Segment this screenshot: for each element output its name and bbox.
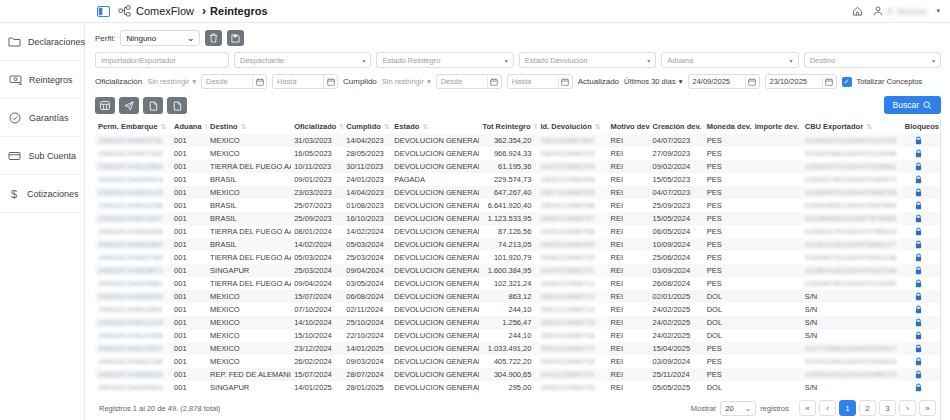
cell-perm[interactable]: 24001EC04002148: [95, 355, 171, 368]
oficializacion-desde-input[interactable]: Desde: [201, 74, 267, 89]
cell-perm[interactable]: 23001EC04013347: [95, 212, 171, 225]
page-button-2[interactable]: 2: [859, 400, 876, 416]
table-row[interactable]: 23001EC04007152001MEXICO16/05/202328/05/…: [95, 147, 940, 160]
importador-input[interactable]: [95, 52, 229, 68]
column-header-destino[interactable]: Destino⇅: [207, 119, 291, 134]
table-row[interactable]: 23001EC04010236001BRASIL25/07/202301/08/…: [95, 199, 940, 212]
table-row[interactable]: 23001EC04015583001TIERRA DEL FUEGO AAE10…: [95, 160, 940, 173]
save-profile-button[interactable]: [227, 30, 244, 46]
calendar-icon[interactable]: [323, 75, 337, 88]
table-row[interactable]: 24001EC04003671001SINGAPUR25/03/202409/0…: [95, 264, 940, 277]
column-header-cump[interactable]: Cumplido⇅: [343, 119, 391, 134]
column-header-creacion[interactable]: Creación dev.⇅: [650, 119, 704, 134]
cell-bloq[interactable]: [902, 173, 940, 186]
page-button-1[interactable]: 1: [839, 400, 856, 416]
cell-bloq[interactable]: [902, 134, 940, 147]
delete-profile-button[interactable]: [205, 30, 222, 46]
column-header-motivo[interactable]: Motivo dev.⇅: [608, 119, 650, 134]
cell-bloq[interactable]: [902, 277, 940, 290]
column-header-cbu[interactable]: CBU Exportador⇅: [802, 119, 902, 134]
prev-page-button[interactable]: ‹: [819, 400, 836, 416]
cell-perm[interactable]: 23001EC04000914: [95, 173, 171, 186]
cell-bloq[interactable]: [902, 225, 940, 238]
cumplido-desde-input[interactable]: Desde: [436, 74, 502, 89]
cell-bloq[interactable]: [902, 251, 940, 264]
table-row[interactable]: 24001EC04004582001TIERRA DEL FUEGO AAE09…: [95, 277, 940, 290]
cell-bloq[interactable]: [902, 368, 940, 381]
sort-icon[interactable]: ⇅: [161, 123, 167, 131]
table-row[interactable]: 24001EC04012215001MEXICO14/10/202425/10/…: [95, 316, 940, 329]
cell-bloq[interactable]: [902, 212, 940, 225]
last-page-button[interactable]: »: [919, 400, 936, 416]
column-header-tot[interactable]: Tot Reintegro⇅: [479, 119, 537, 134]
column-header-aduana[interactable]: Aduana⇅: [171, 119, 207, 134]
table-row[interactable]: 24001EC04008093001MEXICO15/07/202406/08/…: [95, 290, 940, 303]
column-header-moneda[interactable]: Moneda dev.⇅: [704, 119, 752, 134]
cell-perm[interactable]: 24001EC04012215: [95, 316, 171, 329]
oficializacion-hasta-input[interactable]: Hasta: [272, 74, 338, 89]
column-header-estado[interactable]: Estado⇅: [391, 119, 479, 134]
table-row[interactable]: 24001EC04000428001TIERRA DEL FUEGO AAE08…: [95, 225, 940, 238]
buscar-button[interactable]: Buscar: [884, 96, 941, 114]
sidebar-item-garantías[interactable]: Garantías: [0, 99, 84, 137]
cell-bloq[interactable]: [902, 147, 940, 160]
cell-perm[interactable]: 24001EC04004582: [95, 277, 171, 290]
cell-perm[interactable]: 23001EC04010236: [95, 199, 171, 212]
calendar-icon[interactable]: [252, 75, 266, 88]
sort-icon[interactable]: ⇅: [866, 123, 872, 131]
despachante-select[interactable]: Despachante▾: [234, 52, 371, 68]
table-row[interactable]: 25001EC04000520001SINGAPUR14/01/202528/0…: [95, 381, 940, 394]
table-row[interactable]: 23001EC04003125001MEXICO23/03/202314/04/…: [95, 186, 940, 199]
user-menu[interactable]: R. Sxxxxxx: [873, 6, 927, 16]
cell-bloq[interactable]: [902, 303, 940, 316]
sort-icon[interactable]: ⇅: [339, 123, 343, 131]
sort-icon[interactable]: ⇅: [422, 123, 428, 131]
actualizado-desde-input[interactable]: 24/09/2025: [688, 74, 760, 89]
next-page-button[interactable]: ›: [899, 400, 916, 416]
calendar-icon[interactable]: [487, 75, 501, 88]
cell-perm[interactable]: 24001EC04001859: [95, 238, 171, 251]
page-button-3[interactable]: 3: [879, 400, 896, 416]
destino-select[interactable]: Destino▾: [804, 52, 941, 68]
cell-bloq[interactable]: [902, 199, 940, 212]
table-row[interactable]: 23001EC04003731001MEXICO31/03/202314/04/…: [95, 134, 940, 147]
cell-bloq[interactable]: [902, 381, 940, 394]
estado-reintegro-select[interactable]: Estado Reintegro▾: [376, 52, 513, 68]
sidebar-item-declaraciones[interactable]: Declaraciones: [0, 23, 84, 61]
cumplido-hasta-input[interactable]: Hasta: [507, 74, 573, 89]
sort-icon[interactable]: ⇅: [384, 123, 390, 131]
column-header-bloq[interactable]: Bloqueos: [902, 119, 940, 134]
cell-perm[interactable]: 23001EC04015583: [95, 160, 171, 173]
export-pdf-button[interactable]: [143, 97, 163, 114]
cell-perm[interactable]: 24001EC04003671: [95, 264, 171, 277]
estado-devolucion-select[interactable]: Estado Devolución▾: [519, 52, 656, 68]
column-header-id_dev[interactable]: Id. Devolución⇅: [537, 119, 607, 134]
cell-bloq[interactable]: [902, 355, 940, 368]
cell-bloq[interactable]: [902, 329, 940, 342]
page-size-select[interactable]: 20 ⌄: [720, 401, 756, 416]
app-logo[interactable]: ComexFlow: [118, 5, 194, 17]
cell-bloq[interactable]: [902, 316, 940, 329]
home-icon[interactable]: [852, 6, 863, 16]
cell-bloq[interactable]: [902, 160, 940, 173]
chevron-down-icon[interactable]: ▾: [936, 7, 940, 15]
totalizar-checkbox[interactable]: ✓: [842, 77, 852, 87]
cell-perm[interactable]: 23001EC04007152: [95, 147, 171, 160]
cell-bloq[interactable]: [902, 290, 940, 303]
sort-icon[interactable]: ⇅: [534, 123, 538, 131]
table-row[interactable]: 24001EC04002148001MEXICO26/02/202409/03/…: [95, 355, 940, 368]
sidebar-item-cotizaciones[interactable]: $Cotizaciones: [0, 175, 84, 213]
table-row[interactable]: 24001EC04015937001MEXICO23/12/202414/01/…: [95, 342, 940, 355]
sort-icon[interactable]: ⇅: [205, 123, 208, 131]
table-row[interactable]: 24001EC04011804001MEXICO07/10/202402/11/…: [95, 303, 940, 316]
cell-perm[interactable]: 24001EC04015937: [95, 342, 171, 355]
calendar-icon[interactable]: [558, 75, 572, 88]
calendar-icon[interactable]: [745, 75, 759, 88]
cell-perm[interactable]: 24001EC04012326: [95, 329, 171, 342]
aduana-select[interactable]: Aduana▾: [661, 52, 798, 68]
cell-perm[interactable]: 25001EC04000520: [95, 381, 171, 394]
cell-perm[interactable]: 23001EC04003731: [95, 134, 171, 147]
first-page-button[interactable]: «: [799, 400, 816, 416]
table-row[interactable]: 24001EC04008159001REP. FED DE ALEMANIA15…: [95, 368, 940, 381]
cell-bloq[interactable]: [902, 238, 940, 251]
